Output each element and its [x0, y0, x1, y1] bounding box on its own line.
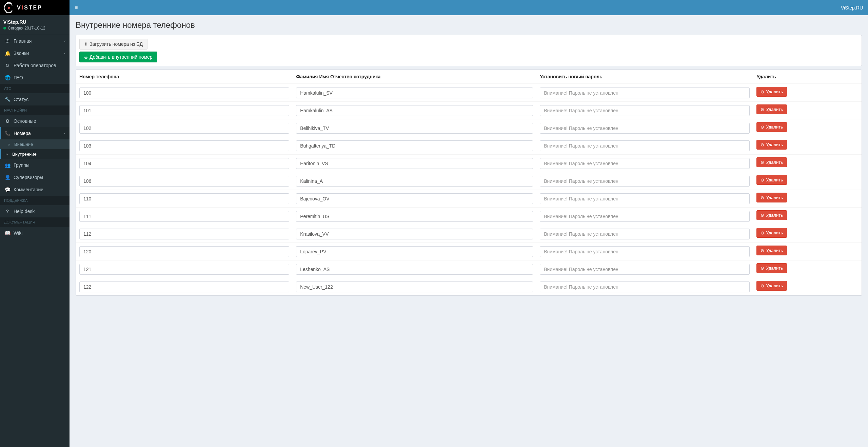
phone-input[interactable] — [79, 246, 289, 257]
name-input[interactable] — [296, 193, 533, 204]
load-from-db-button[interactable]: ⬇ Загрузить номера из БД — [79, 39, 147, 50]
password-input[interactable] — [540, 281, 750, 292]
minus-circle-icon: ⊖ — [761, 160, 764, 165]
delete-button[interactable]: ⊖Удалить — [756, 175, 787, 185]
table-row: ⊖Удалить — [76, 172, 862, 190]
name-input[interactable] — [296, 281, 533, 292]
sidebar-item-status[interactable]: 🔧Статус — [0, 93, 70, 105]
sidebar-item-helpdesk[interactable]: ?Help desk — [0, 205, 70, 217]
bell-icon: 🔔 — [4, 51, 11, 56]
phone-input[interactable] — [79, 264, 289, 275]
sidebar-submenu-numbers: ○Внешние ○Внутренние — [0, 139, 70, 159]
minus-circle-icon: ⊖ — [761, 283, 764, 288]
page-title: Внутренние номера телефонов — [76, 20, 862, 30]
sidebar-item-main[interactable]: ⏱Главная‹ — [0, 35, 70, 47]
minus-circle-icon: ⊖ — [761, 195, 764, 200]
sidebar-header-settings: НАСТРОЙКИ — [0, 105, 70, 115]
users-icon: 👥 — [4, 162, 11, 168]
sidebar-item-wiki[interactable]: 📖Wiki — [0, 227, 70, 239]
menu-toggle-icon[interactable]: ≡ — [75, 5, 78, 11]
sidebar-item-basic[interactable]: ⚙Основные — [0, 115, 70, 127]
content: ⬇ Загрузить номера из БД ⊕ Добавить внут… — [70, 30, 868, 301]
delete-button[interactable]: ⊖Удалить — [756, 140, 787, 150]
table-row: ⊖Удалить — [76, 119, 862, 137]
sidebar-item-calls[interactable]: 🔔Звонки‹ — [0, 47, 70, 59]
table-row: ⊖Удалить — [76, 225, 862, 242]
user-icon: 👤 — [4, 175, 11, 180]
name-input[interactable] — [296, 264, 533, 275]
name-input[interactable] — [296, 158, 533, 169]
delete-button[interactable]: ⊖Удалить — [756, 122, 787, 132]
delete-button[interactable]: ⊖Удалить — [756, 263, 787, 273]
password-input[interactable] — [540, 123, 750, 134]
main: ≡ ViStep.RU Внутренние номера телефонов … — [70, 0, 868, 447]
sidebar-header-docs: ДОКУМЕНТАЦИЯ — [0, 217, 70, 227]
plus-circle-icon: ⊕ — [84, 55, 88, 60]
table-row: ⊖Удалить — [76, 190, 862, 207]
col-header-delete: Удалить — [753, 70, 862, 84]
table-row: ⊖Удалить — [76, 278, 862, 295]
delete-button[interactable]: ⊖Удалить — [756, 87, 787, 97]
phone-input[interactable] — [79, 123, 289, 134]
sidebar-item-supervisors[interactable]: 👤Супервизоры — [0, 171, 70, 183]
name-input[interactable] — [296, 88, 533, 98]
chevron-left-icon: ‹ — [64, 39, 65, 43]
phone-input[interactable] — [79, 211, 289, 222]
delete-button[interactable]: ⊖Удалить — [756, 193, 787, 202]
phone-input[interactable] — [79, 193, 289, 204]
phone-input[interactable] — [79, 88, 289, 98]
table-row: ⊖Удалить — [76, 101, 862, 119]
password-input[interactable] — [540, 88, 750, 98]
password-input[interactable] — [540, 229, 750, 239]
table-row: ⊖Удалить — [76, 207, 862, 225]
delete-button[interactable]: ⊖Удалить — [756, 228, 787, 238]
password-input[interactable] — [540, 158, 750, 169]
name-input[interactable] — [296, 105, 533, 116]
refresh-icon: ↻ — [4, 63, 11, 68]
name-input[interactable] — [296, 246, 533, 257]
status-dot-icon — [3, 27, 6, 30]
password-input[interactable] — [540, 211, 750, 222]
sidebar-subitem-external[interactable]: ○Внешние — [0, 139, 70, 149]
numbers-table: Номер телефона Фамилия Имя Отчество сотр… — [76, 70, 862, 295]
name-input[interactable] — [296, 123, 533, 134]
chevron-left-icon: ‹ — [64, 132, 65, 135]
name-input[interactable] — [296, 140, 533, 151]
phone-input[interactable] — [79, 229, 289, 239]
table-row: ⊖Удалить — [76, 137, 862, 154]
delete-button[interactable]: ⊖Удалить — [756, 281, 787, 291]
password-input[interactable] — [540, 264, 750, 275]
delete-button[interactable]: ⊖Удалить — [756, 104, 787, 114]
phone-input[interactable] — [79, 140, 289, 151]
sidebar-item-operators[interactable]: ↻Работа операторов — [0, 59, 70, 72]
brand-link[interactable]: ViStep.RU — [841, 5, 863, 11]
sidebar-item-groups[interactable]: 👥Группы — [0, 159, 70, 171]
minus-circle-icon: ⊖ — [761, 89, 764, 94]
password-input[interactable] — [540, 246, 750, 257]
password-input[interactable] — [540, 193, 750, 204]
logo-text: VISTEP — [17, 5, 42, 11]
phone-input[interactable] — [79, 281, 289, 292]
col-header-name: Фамилия Имя Отчество сотрудника — [293, 70, 536, 84]
phone-input[interactable] — [79, 176, 289, 187]
col-header-password: Установить новый пароль — [536, 70, 753, 84]
name-input[interactable] — [296, 229, 533, 239]
svg-point-0 — [8, 6, 10, 8]
password-input[interactable] — [540, 105, 750, 116]
minus-circle-icon: ⊖ — [761, 124, 764, 130]
logo[interactable]: VISTEP — [0, 0, 70, 15]
password-input[interactable] — [540, 140, 750, 151]
name-input[interactable] — [296, 176, 533, 187]
delete-button[interactable]: ⊖Удалить — [756, 210, 787, 220]
phone-input[interactable] — [79, 158, 289, 169]
sidebar-item-geo[interactable]: 🌐ГЕО — [0, 72, 70, 84]
delete-button[interactable]: ⊖Удалить — [756, 157, 787, 167]
password-input[interactable] — [540, 176, 750, 187]
phone-input[interactable] — [79, 105, 289, 116]
sidebar-subitem-internal[interactable]: ○Внутренние — [0, 149, 70, 159]
add-number-button[interactable]: ⊕ Добавить внутренний номер — [79, 52, 157, 62]
sidebar-item-numbers[interactable]: 📞Номера‹ — [0, 127, 70, 139]
name-input[interactable] — [296, 211, 533, 222]
delete-button[interactable]: ⊖Удалить — [756, 246, 787, 255]
sidebar-item-comments[interactable]: 💬Комментарии — [0, 183, 70, 196]
